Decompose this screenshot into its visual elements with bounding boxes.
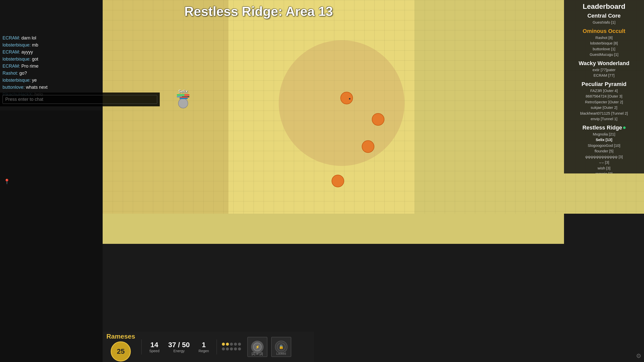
chat-input[interactable] xyxy=(3,95,157,104)
hud-stat-speed: 14 Speed xyxy=(149,341,159,353)
hud-abilities: ⚡ [Z] or [J] 🔒 Locked xyxy=(247,337,291,357)
svg-text:🔒: 🔒 xyxy=(279,344,284,349)
inner-grid-area xyxy=(103,0,228,214)
hud-regen-value: 1 xyxy=(202,341,206,349)
hud-pip-1-4 xyxy=(234,343,237,346)
lb-entry-sukjae: sukjae [Outer 2] xyxy=(566,105,642,111)
left-panel-lower: 📍 xyxy=(0,111,103,362)
hud-stat-regen: 1 Regen xyxy=(198,341,209,353)
lb-entry-guestmucugu: GuestMucugu [1] xyxy=(566,52,642,58)
lb-entry-guestvafo: GuestVafo [1] xyxy=(566,20,642,25)
player-body xyxy=(178,98,188,108)
lb-entry-8687: 8687564724 [Outer 3] xyxy=(566,94,642,99)
chat-input-container[interactable] xyxy=(0,93,160,106)
chat-text-1: darn lol xyxy=(21,35,36,40)
hud-energy-value: 37 / 50 xyxy=(168,341,190,349)
map-icon: 📍 xyxy=(4,178,10,185)
chat-line-7: lobsterbisque: ye xyxy=(3,77,100,84)
chat-user-2: lobsterbisque: xyxy=(3,42,32,48)
hud-regen-label: Regen xyxy=(198,349,209,353)
enemy-blob-3 xyxy=(362,140,374,153)
hud-pip-1-3 xyxy=(230,343,233,346)
player-hat-blue xyxy=(180,98,188,99)
player-healthbar xyxy=(177,94,189,96)
hud-player-name: Rameses xyxy=(106,333,135,340)
zone-circle xyxy=(279,40,405,166)
svg-text:⚡: ⚡ xyxy=(255,345,260,349)
player-healthbar-fill xyxy=(177,94,184,96)
lb-entry-psi: ψψψψψψψψψψψψ [3] xyxy=(566,154,642,160)
hud-pip-2-5 xyxy=(238,347,241,350)
chat-text-2: mb xyxy=(32,42,38,48)
hud-energy-label: Energy xyxy=(173,349,184,353)
chat-user-7: lobsterbisque: xyxy=(3,78,32,83)
chat-user-8: buttonlove: xyxy=(3,85,26,90)
lb-entry-slogoogoogod: SlogoogooGod [10] xyxy=(566,143,642,149)
active-dot xyxy=(623,126,626,129)
lb-entry-retrospecter: RetroSpecter [Outer 2] xyxy=(566,99,642,105)
enemy-blob-4 xyxy=(332,175,344,187)
enemy-blob-2 xyxy=(372,113,384,126)
chat-line-1: ECRAM: darn lol xyxy=(3,35,100,41)
lb-section-wacky-wonderland: Wacky Wonderland xyxy=(566,60,642,67)
chat-text-6: go? xyxy=(19,71,27,76)
small-dot xyxy=(349,98,350,100)
lb-entry-lobster: lobsterbisque [8] xyxy=(566,40,642,46)
chat-user-6: Rashot: xyxy=(3,71,19,76)
lb-entry-selix: Selix [13] xyxy=(566,137,642,143)
chat-user-4: lobsterbisque: xyxy=(3,57,32,62)
game-area[interactable]: Restless Ridge: Area 13 Selix xyxy=(103,0,415,214)
ability-slot-1[interactable]: ⚡ [Z] or [J] xyxy=(247,337,267,357)
chat-line-3: ECRAM: ayyyy xyxy=(3,49,100,56)
chat-line-5: ECRAM: Pro rime xyxy=(3,63,100,70)
leaderboard-title: Leaderboard xyxy=(566,3,642,11)
lb-entry-mxgnolia: Mxgnolia [21] xyxy=(566,131,642,137)
chat-messages: ECRAM: darn lol lobsterbisque: mb ECRAM:… xyxy=(3,3,100,98)
chat-line-4: lobsterbisque: got xyxy=(3,56,100,63)
hud-speed-value: 14 xyxy=(150,341,158,349)
lb-section-restless-ridge: Restless Ridge xyxy=(566,124,642,131)
hud-avatar: 25 xyxy=(111,341,131,361)
hud-pip-2-3 xyxy=(230,347,233,350)
chat-user-3: ECRAM: xyxy=(3,50,21,55)
lb-entry-envip: envip [Tunnel 1] xyxy=(566,116,642,122)
hud-divider-1 xyxy=(141,339,142,354)
lb-section-central-core: Central Core xyxy=(566,13,642,19)
lb-divider-4 xyxy=(566,122,642,123)
hud-pip-1-2 xyxy=(226,343,229,346)
chat-text-5: Pro rime xyxy=(21,64,38,69)
lb-entry-ecram: ECRAM [77] xyxy=(566,73,642,78)
chat-line-8: buttonlove: whats next xyxy=(3,84,100,91)
lb-section-ominous-occult: Ominous Occult xyxy=(566,28,642,34)
bottom-hud: Rameses 25 14 Speed 37 / 50 Energy 1 Reg… xyxy=(103,332,314,362)
ability-icon-2: 🔒 xyxy=(275,341,288,353)
lb-section-peculiar-pyramid: Peculiar Pyramid xyxy=(566,81,642,87)
hud-divider-2 xyxy=(217,339,217,354)
hud-pip-2-4 xyxy=(234,347,237,350)
settings-icon[interactable]: ⚙ xyxy=(636,352,641,359)
lb-entry-buttonlove: buttonlove [1] xyxy=(566,46,642,52)
game-title: Restless Ridge: Area 13 xyxy=(184,4,333,19)
chat-line-2: lobsterbisque: mb xyxy=(3,42,100,49)
lb-entry-rogerio: rogerio [2] xyxy=(566,171,642,173)
lb-entry-smile: ⌣⌣ [3] xyxy=(566,160,642,165)
ability-icon-1: ⚡ xyxy=(251,341,264,353)
hud-pip-2-2 xyxy=(226,347,229,350)
ability-svg-1: ⚡ xyxy=(253,342,262,351)
ability-label-2: Locked xyxy=(276,352,286,355)
lb-entry-wish: wish [3] xyxy=(566,165,642,171)
lb-entry-faz3r: FAZ3R [Outer 4] xyxy=(566,88,642,94)
ability-slot-2[interactable]: 🔒 Locked xyxy=(271,337,291,357)
hud-speed-label: Speed xyxy=(149,349,159,353)
lb-divider-2 xyxy=(566,58,642,59)
hud-pip-row-1 xyxy=(222,343,241,346)
ability-key-1: [Z] or [J] xyxy=(252,352,263,355)
lb-divider-3 xyxy=(566,78,642,80)
hud-pips xyxy=(222,343,241,351)
chat-text-8: whats next xyxy=(26,85,48,90)
chat-user-5: ECRAM: xyxy=(3,64,21,69)
lb-divider-1 xyxy=(566,25,642,27)
lb-entry-flounder: flounder [5] xyxy=(566,148,642,154)
chat-line-6: Rashot: go? xyxy=(3,70,100,77)
player-character: Selix xyxy=(177,89,189,108)
